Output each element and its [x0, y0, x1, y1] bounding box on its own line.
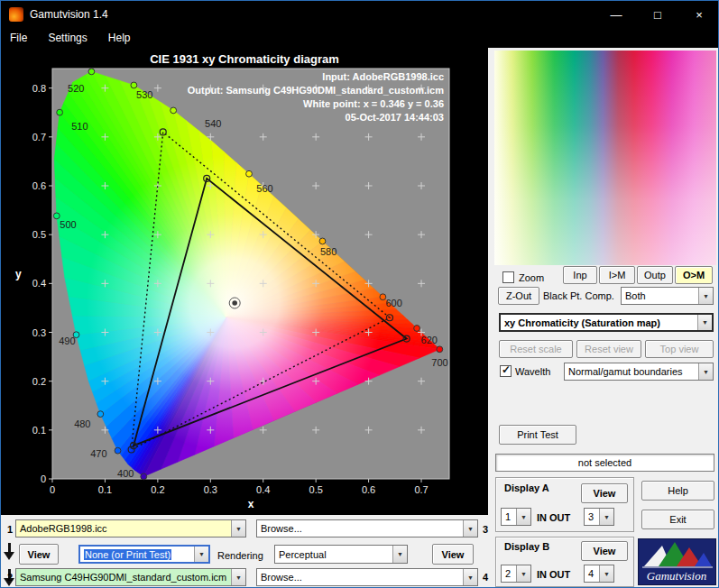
minimize-button[interactable]: — [595, 1, 637, 28]
x-axis-label: x [248, 498, 254, 510]
wavelth-checkbox[interactable] [500, 365, 512, 377]
view-left-button[interactable]: View [19, 544, 59, 565]
svg-text:500: 500 [60, 219, 76, 230]
svg-text:580: 580 [320, 246, 336, 257]
display-a-in-select[interactable]: 1 [501, 508, 531, 526]
profile-1-select[interactable]: AdobeRGB1998.icc [15, 519, 246, 537]
gamutvision-logo: Gamutvision [638, 538, 716, 585]
z-out-button[interactable]: Z-Out [498, 287, 539, 305]
top-view-button[interactable]: Top view [645, 340, 714, 358]
display-b-group: Display B View 2 IN OUT 4 [495, 537, 634, 587]
slot-4-label: 4 [483, 572, 488, 583]
maximize-button[interactable]: □ [637, 1, 678, 28]
svg-text:530: 530 [136, 89, 152, 100]
svg-text:White point: x = 0.346 y = 0: White point: x = 0.346 y = 0.36 [303, 98, 444, 109]
rendering-intent-select[interactable]: Perceptual [274, 545, 408, 564]
svg-text:0.8: 0.8 [32, 83, 46, 94]
svg-text:0.5: 0.5 [309, 484, 323, 495]
logo-text: Gamutvision [647, 569, 706, 583]
svg-text:470: 470 [90, 448, 106, 459]
y-axis-label: y [15, 268, 22, 280]
svg-text:0.4: 0.4 [32, 278, 46, 289]
svg-text:0.4: 0.4 [256, 484, 270, 495]
display-a-inout-label: IN OUT [537, 512, 570, 523]
minimize-icon: — [611, 8, 622, 22]
svg-text:620: 620 [421, 335, 438, 345]
svg-text:0.7: 0.7 [32, 132, 46, 142]
svg-text:700: 700 [431, 357, 447, 368]
menu-help[interactable]: Help [99, 28, 140, 48]
svg-text:0: 0 [50, 484, 55, 495]
svg-text:05-Oct-2017 14:44:03: 05-Oct-2017 14:44:03 [346, 112, 444, 123]
maximize-icon: □ [654, 8, 661, 22]
display-b-inout-label: IN OUT [537, 569, 570, 580]
chevron-down-icon [698, 288, 713, 304]
svg-text:0.2: 0.2 [32, 376, 46, 387]
view-mode-select[interactable]: xy Chromaticity (Saturation map) [499, 313, 714, 332]
display-b-out-select[interactable]: 4 [584, 565, 614, 583]
help-button[interactable]: Help [641, 481, 714, 501]
chevron-down-icon [697, 315, 712, 330]
svg-text:0.2: 0.2 [151, 484, 164, 495]
zoom-checkbox[interactable] [502, 271, 514, 283]
window-title: Gamutvision 1.4 [30, 1, 108, 28]
svg-text:560: 560 [256, 183, 272, 194]
print-test-button[interactable]: Print Test [499, 425, 576, 445]
display-a-view-button[interactable]: View [581, 483, 628, 503]
chevron-down-icon [516, 509, 530, 525]
saturation-map-image[interactable] [494, 51, 716, 265]
svg-text:0.7: 0.7 [414, 484, 428, 495]
down-arrow-icon [4, 543, 15, 561]
svg-text:0.6: 0.6 [32, 180, 46, 191]
menu-file[interactable]: File [1, 28, 36, 48]
svg-text:400: 400 [117, 468, 134, 479]
browse-1-select[interactable]: Browse... [256, 519, 478, 537]
chevron-down-icon [599, 509, 613, 525]
exit-button[interactable]: Exit [641, 510, 714, 529]
close-button[interactable]: × [678, 1, 719, 28]
wavelth-label: Wavelth [515, 366, 550, 377]
chromaticity-plot[interactable]: 5205305105405605005806004906207004804704… [1, 48, 488, 515]
chart-region: CIE 1931 xy Chromaticity diagram 5205305… [1, 48, 488, 515]
inp-button[interactable]: Inp [563, 266, 597, 284]
chevron-down-icon [698, 363, 713, 380]
rendering-label: Rendering [217, 550, 263, 561]
chevron-down-icon [392, 546, 407, 563]
svg-text:0.1: 0.1 [32, 425, 46, 436]
menu-settings[interactable]: Settings [39, 28, 96, 48]
chevron-down-icon [463, 520, 477, 537]
reset-view-button[interactable]: Reset view [576, 340, 641, 358]
svg-text:0.3: 0.3 [204, 484, 217, 495]
display-a-out-select[interactable]: 3 [584, 508, 614, 526]
slot-1-label: 1 [7, 524, 13, 535]
display-b-in-select[interactable]: 2 [501, 565, 531, 583]
selected-text: None (or Print Test) [84, 549, 171, 560]
svg-text:0.5: 0.5 [32, 229, 46, 240]
slot-2-label: 2 [7, 572, 13, 583]
i-to-m-button[interactable]: I>M [599, 266, 635, 284]
svg-text:520: 520 [68, 83, 84, 94]
display-b-view-button[interactable]: View [581, 541, 628, 561]
svg-text:0.1: 0.1 [98, 484, 112, 495]
svg-text:0.3: 0.3 [32, 327, 46, 338]
status-text: not selected [578, 457, 631, 468]
outp-button[interactable]: Outp [637, 266, 673, 284]
black-pt-comp-label: Black Pt. Comp. [543, 290, 614, 301]
svg-text:Input: AdobeRGB1998.icc: Input: AdobeRGB1998.icc [322, 71, 444, 82]
chevron-down-icon [231, 520, 245, 537]
o-to-m-button[interactable]: O>M [675, 266, 713, 284]
browse-2-select[interactable]: Browse... [256, 568, 478, 586]
display-a-group: Display A View 1 IN OUT 3 [495, 477, 634, 532]
app-window: Gamutvision 1.4 — □ × File Settings Help… [0, 0, 719, 588]
svg-text:490: 490 [59, 335, 75, 346]
reset-scale-button[interactable]: Reset scale [499, 340, 573, 358]
profile-2-select[interactable]: Samsung C49HG90DMI_standard_custom.icm [15, 568, 246, 586]
svg-text:Output: Samsung C49HG90DMI_sta: Output: Samsung C49HG90DMI_standard_cust… [188, 85, 444, 96]
print-test-select[interactable]: None (or Print Test) [78, 545, 210, 564]
title-bar[interactable]: Gamutvision 1.4 — □ × [1, 1, 718, 28]
svg-text:510: 510 [71, 121, 88, 132]
black-pt-comp-select[interactable]: Both [621, 287, 714, 305]
status-box: not selected [495, 454, 714, 472]
boundaries-select[interactable]: Normal/gamut boundaries [564, 363, 714, 381]
view-right-button[interactable]: View [432, 544, 474, 565]
